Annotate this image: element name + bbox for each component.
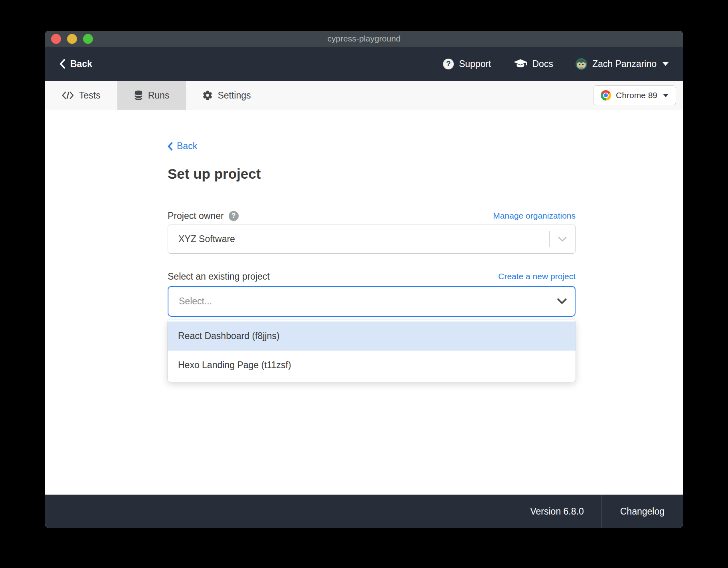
user-name: Zach Panzarino (592, 59, 657, 69)
support-link[interactable]: ? Support (443, 59, 491, 69)
page-title: Set up project (168, 166, 576, 182)
titlebar: cypress-playground (45, 31, 683, 47)
owner-label-group: Project owner ? (168, 211, 239, 221)
project-label: Select an existing project (168, 271, 270, 282)
content-back-label: Back (177, 141, 197, 152)
chevron-left-icon (168, 142, 173, 151)
manage-organizations-link[interactable]: Manage organizations (493, 211, 576, 221)
tab-runs-label: Runs (148, 90, 170, 101)
tab-bar: Tests Runs Settings Chrome 89 (45, 81, 683, 110)
project-select[interactable]: Select... (168, 286, 576, 317)
project-select-placeholder: Select... (168, 296, 549, 307)
browser-select-button[interactable]: Chrome 89 (593, 85, 676, 105)
footer-bar: Version 6.8.0 Changelog (45, 495, 683, 528)
app-window: cypress-playground Back ? Support (45, 31, 683, 528)
traffic-lights (45, 34, 93, 44)
chevron-left-icon (59, 59, 65, 69)
project-label-group: Select an existing project (168, 271, 270, 282)
nav-back-label: Back (70, 59, 92, 69)
version-label: Version 6.8.0 (530, 506, 601, 517)
changelog-link[interactable]: Changelog (602, 506, 683, 517)
owner-field-row: Project owner ? Manage organizations (168, 211, 576, 221)
create-new-project-link[interactable]: Create a new project (498, 272, 576, 281)
tab-settings[interactable]: Settings (186, 81, 267, 110)
project-field-row: Select an existing project Create a new … (168, 271, 576, 282)
caret-down-icon (663, 94, 669, 97)
code-icon (62, 91, 74, 100)
caret-down-icon (663, 62, 669, 66)
question-circle-icon[interactable]: ? (229, 211, 239, 221)
gear-icon (203, 91, 212, 100)
tab-settings-label: Settings (218, 90, 251, 101)
close-window-button[interactable] (51, 34, 61, 44)
window-title: cypress-playground (45, 34, 683, 43)
navbar-right: ? Support Docs (443, 58, 669, 70)
support-label: Support (459, 59, 491, 69)
database-icon (134, 90, 143, 101)
minimize-window-button[interactable] (67, 34, 77, 44)
chevron-down-icon (550, 237, 575, 242)
docs-link[interactable]: Docs (514, 59, 553, 69)
tab-tests[interactable]: Tests (45, 81, 117, 110)
main-content: Back Set up project Project owner ? Mana… (45, 110, 683, 495)
user-menu[interactable]: Zach Panzarino (576, 58, 669, 70)
tab-tests-label: Tests (79, 90, 101, 101)
chrome-icon (601, 90, 611, 101)
browser-label: Chrome 89 (616, 91, 657, 100)
question-circle-icon: ? (443, 59, 454, 69)
tab-runs[interactable]: Runs (117, 81, 186, 110)
owner-select[interactable]: XYZ Software (168, 225, 576, 254)
zoom-window-button[interactable] (83, 34, 93, 44)
docs-label: Docs (532, 59, 553, 69)
owner-select-value: XYZ Software (168, 234, 549, 245)
graduation-cap-icon (514, 59, 527, 69)
content-back-link[interactable]: Back (168, 141, 197, 152)
project-option[interactable]: React Dashboard (f8jjns) (168, 321, 576, 351)
top-navbar: Back ? Support Docs (45, 47, 683, 81)
avatar (576, 58, 587, 70)
owner-label: Project owner (168, 211, 224, 221)
chevron-down-icon (549, 298, 575, 304)
nav-back-button[interactable]: Back (59, 59, 92, 69)
project-options-menu: React Dashboard (f8jjns) Hexo Landing Pa… (168, 320, 576, 382)
project-option[interactable]: Hexo Landing Page (t11zsf) (168, 351, 576, 380)
